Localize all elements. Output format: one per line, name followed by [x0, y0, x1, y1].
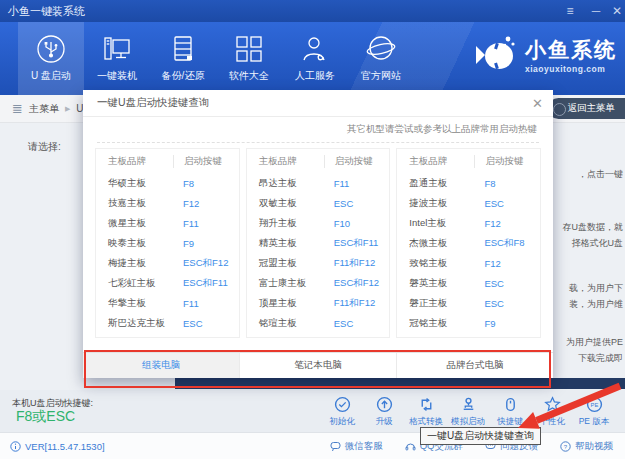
tool-upgrade[interactable]: 升级 — [363, 396, 405, 428]
brand-cell: 斯巴达克主板 — [96, 317, 173, 330]
globe-icon — [366, 34, 396, 64]
column-header: 主板品牌 — [247, 155, 324, 168]
table-row: 致铭主板F12 — [397, 253, 540, 273]
brand-cell: 捷波主板 — [397, 197, 474, 210]
boot-key-cell: ESC和F8 — [474, 237, 540, 250]
close-icon[interactable]: ✕ — [609, 4, 625, 18]
tool-initialize[interactable]: 初始化 — [321, 396, 363, 428]
dialog-header: 一键U盘启动快捷键查询 ✕ — [83, 90, 553, 117]
nav-item-label: U 盘启动 — [31, 69, 71, 83]
boot-key-cell: ESC — [474, 198, 540, 209]
nav-item-official-website[interactable]: 官方网站 — [348, 22, 414, 95]
nav-item-label: 官方网站 — [361, 69, 401, 83]
table-row: 盈通主板F8 — [397, 173, 540, 193]
column-header: 启动按键 — [173, 155, 239, 168]
boot-key-cell: F8 — [173, 178, 239, 189]
status-link-label: 微信客服 — [345, 440, 383, 453]
table-row: 磐正主板ESC — [397, 293, 540, 313]
chevron-right-icon: ▶ — [65, 105, 70, 113]
tool-label: PE 版本 — [579, 416, 610, 428]
help-video-link[interactable]: ? 帮助视频 — [560, 440, 613, 453]
tool-hotkey[interactable]: 快捷键 — [489, 396, 531, 428]
personalize-icon — [544, 396, 561, 413]
table-row: 技嘉主板F12 — [96, 193, 239, 213]
nav-item-human-service[interactable]: 人工服务 — [282, 22, 348, 95]
minimize-icon[interactable]: ─ — [583, 4, 609, 18]
brand-logo: 小鱼系统 xiaoyuxitong.com — [475, 32, 617, 78]
boot-key-cell: ESC — [324, 318, 390, 329]
brand-cell: 顶星主板 — [247, 297, 324, 310]
qq-icon — [405, 441, 416, 452]
menu-icon[interactable]: ≡ — [557, 4, 583, 18]
brand-cell: 梅捷主板 — [96, 257, 173, 270]
nav-item-usb-boot[interactable]: U 盘启动 — [18, 22, 84, 95]
boot-key-cell: ESC — [173, 318, 239, 329]
tool-personalize[interactable]: 个性化 — [531, 396, 573, 428]
brand-cell: 华硕主板 — [96, 177, 173, 190]
tool-format-convert[interactable]: 格式转换 — [405, 396, 447, 428]
list-icon: ≣ — [12, 101, 23, 116]
column-header: 主板品牌 — [96, 155, 173, 168]
nav-item-label: 备份/还原 — [162, 69, 205, 83]
text-fragment: 下载完成即 — [578, 352, 623, 365]
boot-key-cell: F11和F12 — [324, 297, 390, 310]
dialog-shadow — [175, 378, 625, 389]
tab-assembled-pc[interactable]: 组装电脑 — [83, 353, 240, 378]
nav-item-backup-restore[interactable]: 备份/还原 — [150, 22, 216, 95]
brand-cell: 富士康主板 — [247, 277, 324, 290]
apps-grid-icon — [234, 34, 264, 64]
tab-laptop[interactable]: 笔记本电脑 — [240, 353, 397, 378]
table-row: 冠铭主板F9 — [397, 313, 540, 333]
nav-item-software-collection[interactable]: 软件大全 — [216, 22, 282, 95]
brand-cell: 双敏主板 — [247, 197, 324, 210]
text-fragment: 装，为用户维 — [569, 298, 623, 311]
breadcrumb-main-menu[interactable]: 主菜单 — [29, 102, 59, 116]
brand-cell: 映泰主板 — [96, 237, 173, 250]
table-row: 微星主板F11 — [96, 213, 239, 233]
computer-icon — [102, 34, 132, 64]
brand-cell: 翔升主板 — [247, 217, 324, 230]
tool-pe-version[interactable]: PE PE 版本 — [573, 396, 615, 428]
boot-key-cell: F11 — [173, 298, 239, 309]
table-row: 斯巴达克主板ESC — [96, 313, 239, 333]
brand-cell: 技嘉主板 — [96, 197, 173, 210]
nav-item-one-key-install[interactable]: 一键装机 — [84, 22, 150, 95]
wechat-service-link[interactable]: 微信客服 — [330, 440, 383, 453]
version-text: VER[11.5.47.1530] — [25, 441, 105, 452]
hotkey-table-group: 主板品牌 启动按键 华硕主板F8技嘉主板F12微星主板F11映泰主板F9梅捷主板… — [95, 148, 240, 338]
text-fragment: 存U盘数据，就 — [563, 221, 624, 234]
hotkey-table: 主板品牌 启动按键 华硕主板F8技嘉主板F12微星主板F11映泰主板F9梅捷主板… — [95, 148, 541, 338]
hotkey-tooltip: 一键U盘启动快捷键查询 — [420, 427, 541, 445]
nav-item-label: 一键装机 — [97, 69, 137, 83]
svg-text:?: ? — [564, 443, 568, 449]
brand-cell: 精英主板 — [247, 237, 324, 250]
table-row: 杰微主板ESC和F8 — [397, 233, 540, 253]
mouse-icon — [502, 396, 519, 413]
usb-icon — [36, 34, 66, 64]
table-header-row: 主板品牌 启动按键 — [397, 149, 540, 173]
boot-key-cell: F9 — [173, 238, 239, 249]
brand-cell: 冠盟主板 — [247, 257, 324, 270]
table-row: 冠盟主板F11和F12 — [247, 253, 390, 273]
boot-key-cell: F12 — [474, 218, 540, 229]
help-icon: ? — [560, 441, 571, 452]
brand-cell: 杰微主板 — [397, 237, 474, 250]
table-header-row: 主板品牌 启动按键 — [247, 149, 390, 173]
return-main-menu-button[interactable]: 返回主菜单 — [548, 98, 625, 119]
tool-simulate-boot[interactable]: 模拟启动 — [447, 396, 489, 428]
boot-key-cell: F8 — [474, 178, 540, 189]
dialog-close-icon[interactable]: ✕ — [532, 97, 543, 110]
table-header-row: 主板品牌 启动按键 — [96, 149, 239, 173]
tab-brand-desktop[interactable]: 品牌台式电脑 — [397, 353, 553, 378]
dialog-note: 其它机型请尝试或参考以上品牌常用启动热键 — [347, 123, 537, 136]
brand-cell: 昂达主板 — [247, 177, 324, 190]
window-title: 小鱼一键装系统 — [8, 4, 85, 19]
logo-name: 小鱼系统 — [525, 36, 617, 64]
table-row: 梅捷主板ESC和F12 — [96, 253, 239, 273]
table-row: 精英主板ESC和F11 — [247, 233, 390, 253]
text-fragment: ，点击一键 — [578, 168, 623, 181]
main-nav: U 盘启动 一键装机 备份/还原 软件大全 人工服务 — [0, 22, 625, 95]
boot-key-cell: F11 — [324, 178, 390, 189]
title-bar: 小鱼一键装系统 ≡ ─ ✕ — [0, 0, 625, 22]
dialog-tabs: 组装电脑 笔记本电脑 品牌台式电脑 — [83, 352, 553, 378]
